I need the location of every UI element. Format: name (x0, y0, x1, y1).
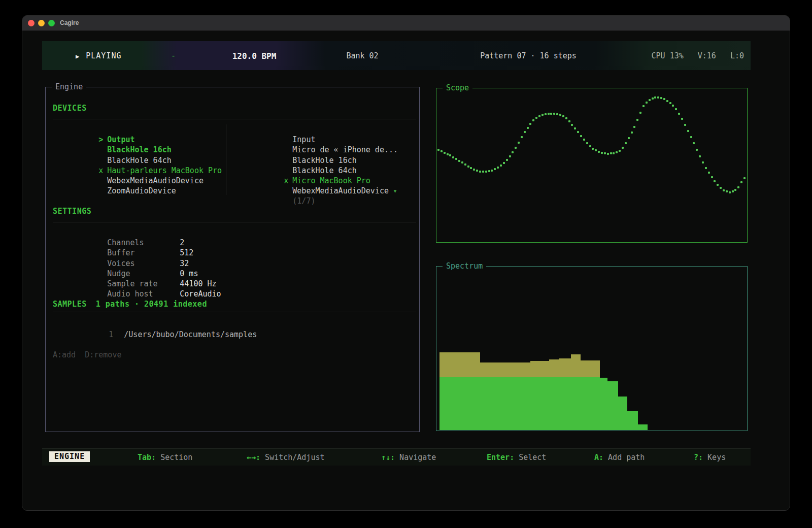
scope-sample-dot (500, 164, 502, 167)
scope-sample-dot (613, 152, 615, 154)
spectrum-level-band (637, 424, 647, 430)
setting-row[interactable]: Channels2 (61, 227, 221, 238)
transport-status: ▶PLAYING (76, 51, 121, 60)
dropdown-caret-icon: ▾ (393, 186, 397, 195)
samples-separator (53, 312, 416, 312)
scope-sample-dot (666, 100, 668, 102)
scope-sample-dot (726, 190, 728, 192)
device-columns-divider (226, 124, 226, 195)
scope-plot (437, 89, 746, 241)
scope-sample-dot (455, 158, 457, 160)
scope-sample-dot (660, 97, 662, 99)
sample-path-value: /Users/bubo/Documents/samples (124, 330, 257, 339)
device-label: Micro MacBook Pro (292, 176, 370, 185)
help-item-add-path: A: Add path (594, 453, 645, 462)
device-label: Micro de « iPhone de... (292, 145, 398, 154)
scope-sample-dot (616, 151, 618, 153)
help-key: Enter: (487, 453, 514, 462)
setting-value: 512 (180, 248, 193, 257)
spectrum-peak-band (559, 358, 571, 378)
spectrum-peak-band (571, 354, 581, 378)
samples-summary: 1 paths · 20491 indexed (96, 300, 207, 309)
settings-list: Channels2 Buffer512 Voices32 Nudge0 ms S… (61, 227, 221, 289)
scope-sample-dot (684, 124, 686, 126)
spectrum-level-band (607, 381, 618, 430)
scope-sample-dot (657, 96, 659, 98)
sample-paths-list: 1/Users/bubo/Documents/samples (53, 319, 257, 329)
samples-heading: SAMPLES 1 paths · 20491 indexed (53, 300, 207, 309)
device-label: BlackHole 16ch (107, 145, 171, 154)
help-label: Select (514, 453, 546, 462)
scope-sample-dot (729, 191, 731, 193)
scope-sample-dot (604, 152, 606, 154)
device-label: BlackHole 64ch (292, 166, 356, 175)
window-title: Cagire (60, 19, 79, 26)
settings-separator (53, 222, 416, 222)
sample-path-row[interactable]: 1/Users/bubo/Documents/samples (53, 319, 257, 329)
scope-sample-dot (633, 126, 635, 128)
scope-sample-dot (654, 96, 656, 98)
device-row[interactable]: Input (238, 124, 405, 135)
setting-label: Audio host (107, 289, 180, 299)
scope-sample-dot (580, 135, 582, 137)
scope-sample-dot (740, 181, 742, 183)
scope-sample-dot (518, 142, 520, 144)
scope-sample-dot (447, 153, 449, 155)
help-key: Tab: (138, 453, 156, 462)
spectrum-level-band (480, 377, 531, 430)
transport-label: PLAYING (86, 51, 121, 60)
scope-sample-dot (464, 163, 466, 166)
scope-sample-dot (556, 113, 558, 115)
scope-sample-dot (708, 172, 710, 174)
minimize-button[interactable] (38, 20, 45, 26)
spectrum-level-band (530, 377, 549, 430)
mode-badge: ENGINE (49, 451, 90, 462)
scope-sample-dot (521, 136, 523, 138)
setting-value: 0 ms (180, 269, 198, 278)
tick-indicator: - (171, 51, 176, 60)
zoom-button[interactable] (48, 20, 55, 26)
scope-sample-dot (479, 171, 481, 173)
samples-key-hints: A:add D:remove (53, 350, 121, 359)
scope-sample-dot (506, 159, 508, 161)
sample-path-index: 1 (109, 329, 124, 340)
titlebar: Cagire (22, 16, 790, 31)
close-button[interactable] (28, 20, 35, 26)
scope-sample-dot (696, 149, 698, 151)
scope-sample-dot (512, 151, 514, 153)
scope-sample-dot (711, 176, 713, 178)
scope-sample-dot (699, 155, 701, 157)
device-row[interactable]: >Output (53, 124, 220, 135)
scope-sample-dot (491, 170, 493, 172)
scope-sample-dot (687, 130, 689, 132)
scope-sample-dot (690, 136, 692, 138)
input-device-list: Input Micro de « iPhone de... BlackHole … (238, 124, 405, 196)
engine-panel: Engine DEVICES >Output BlackHole 16ch Bl… (45, 87, 420, 432)
device-label: ZoomAudioDevice (107, 186, 176, 195)
samples-title: SAMPLES (53, 300, 87, 309)
setting-label: Voices (107, 258, 180, 269)
scope-sample-dot (607, 153, 609, 155)
scope-sample-dot (449, 154, 451, 156)
scope-sample-dot (601, 152, 603, 154)
spectrum-level-band (618, 397, 627, 430)
spectrum-level-band (599, 378, 607, 430)
scope-sample-dot (571, 124, 573, 126)
voices-stat: V:16 (698, 51, 716, 60)
scope-sample-dot (545, 113, 547, 115)
scope-sample-dot (524, 131, 526, 133)
scope-sample-dot (669, 102, 671, 104)
scope-sample-dot (737, 186, 739, 188)
scope-sample-dot (509, 155, 511, 157)
scope-sample-dot (631, 131, 633, 134)
scope-sample-dot (568, 120, 570, 122)
device-label: WebexMediaAudioDevice (292, 186, 389, 195)
setting-label: Buffer (107, 248, 180, 258)
spectrum-level-band (580, 377, 599, 430)
pattern-display: Pattern 07 · 16 steps (480, 51, 577, 60)
bank-display: Bank 02 (346, 51, 378, 60)
help-label: Navigate (395, 453, 436, 462)
scope-sample-dot (444, 152, 446, 154)
setting-label: Sample rate (107, 279, 180, 289)
scope-sample-dot (714, 180, 716, 182)
